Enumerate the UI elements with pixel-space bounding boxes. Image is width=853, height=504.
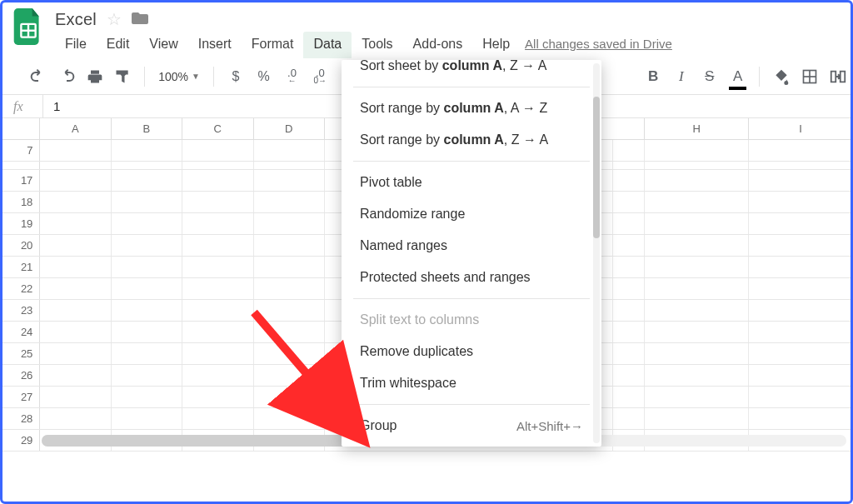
menu-item-remove-duplicates[interactable]: Remove duplicates: [342, 336, 601, 367]
folder-icon[interactable]: [132, 11, 148, 28]
cell[interactable]: [254, 170, 325, 191]
col-I[interactable]: I: [749, 118, 853, 139]
cell[interactable]: [112, 322, 182, 342]
cell[interactable]: [645, 162, 749, 169]
doc-title[interactable]: Excel: [55, 10, 97, 29]
cell[interactable]: [613, 278, 645, 299]
row-7[interactable]: 7: [0, 140, 40, 161]
percent-button[interactable]: %: [252, 65, 276, 88]
cell[interactable]: [645, 387, 749, 407]
cell[interactable]: [112, 278, 182, 299]
strikethrough-button[interactable]: S: [698, 65, 721, 88]
cell[interactable]: [254, 162, 325, 169]
cell[interactable]: [613, 140, 645, 161]
cell[interactable]: [112, 408, 182, 429]
select-all-corner[interactable]: [0, 118, 40, 139]
cell[interactable]: [40, 322, 111, 342]
menu-item-named-ranges[interactable]: Named ranges: [342, 230, 601, 262]
cell[interactable]: [40, 300, 111, 321]
cell[interactable]: [749, 300, 853, 321]
cell[interactable]: [645, 170, 749, 191]
row-hidden[interactable]: [0, 162, 40, 169]
row-18[interactable]: 18: [0, 192, 40, 212]
menu-insert[interactable]: Insert: [188, 32, 242, 58]
col-H[interactable]: H: [645, 118, 749, 139]
cell[interactable]: [182, 300, 253, 321]
cell[interactable]: [254, 257, 325, 277]
cell[interactable]: [182, 192, 253, 212]
menu-help[interactable]: Help: [472, 32, 520, 58]
cell[interactable]: [254, 365, 325, 386]
decrease-decimal-button[interactable]: .0←: [281, 65, 304, 88]
cell[interactable]: [254, 343, 325, 364]
menu-view[interactable]: View: [139, 32, 187, 58]
cell[interactable]: [40, 408, 111, 429]
cell[interactable]: [182, 408, 253, 429]
cell[interactable]: [112, 235, 182, 256]
cell[interactable]: [40, 213, 111, 234]
fx-value[interactable]: 1: [43, 99, 60, 113]
row-17[interactable]: 17: [0, 170, 40, 191]
save-status[interactable]: All changes saved in Drive: [525, 32, 672, 58]
menu-tools[interactable]: Tools: [352, 32, 402, 58]
row-21[interactable]: 21: [0, 257, 40, 277]
cell[interactable]: [182, 170, 253, 191]
star-icon[interactable]: ☆: [107, 11, 122, 27]
row-25[interactable]: 25: [0, 343, 40, 364]
cell[interactable]: [112, 192, 182, 212]
increase-decimal-button[interactable]: .00→: [308, 65, 332, 88]
cell[interactable]: [749, 278, 853, 299]
cell[interactable]: [40, 387, 111, 407]
cell[interactable]: [613, 257, 645, 277]
merge-cells-button[interactable]: [826, 65, 850, 88]
menu-file[interactable]: File: [55, 32, 97, 58]
redo-button[interactable]: [55, 65, 78, 88]
italic-button[interactable]: I: [670, 65, 693, 88]
cell[interactable]: [112, 387, 182, 407]
print-button[interactable]: [83, 65, 107, 88]
cell[interactable]: [112, 140, 182, 161]
cell[interactable]: [254, 192, 325, 212]
row-23[interactable]: 23: [0, 300, 40, 321]
cell[interactable]: [254, 213, 325, 234]
row-26[interactable]: 26: [0, 365, 40, 386]
cell[interactable]: [613, 387, 645, 407]
cell[interactable]: [112, 213, 182, 234]
cell[interactable]: [112, 365, 182, 386]
cell[interactable]: [40, 343, 111, 364]
cell[interactable]: [749, 365, 853, 386]
cell[interactable]: [749, 162, 853, 169]
menu-item-sort-sheet-za[interactable]: Sort sheet by column A, Z → A: [342, 58, 601, 82]
col-D[interactable]: D: [254, 118, 326, 139]
menu-edit[interactable]: Edit: [97, 32, 140, 58]
cell[interactable]: [40, 140, 111, 161]
menu-item-randomize-range[interactable]: Randomize range: [342, 198, 601, 230]
cell[interactable]: [749, 192, 853, 212]
cell[interactable]: [613, 300, 645, 321]
cell[interactable]: [645, 235, 749, 256]
cell[interactable]: [112, 162, 182, 169]
cell[interactable]: [613, 192, 645, 212]
cell[interactable]: [254, 322, 325, 342]
cell[interactable]: [645, 192, 749, 212]
cell[interactable]: [182, 235, 253, 256]
cell[interactable]: [40, 170, 111, 191]
row-27[interactable]: 27: [0, 387, 40, 407]
cell[interactable]: [182, 257, 253, 277]
cell[interactable]: [749, 343, 853, 364]
menu-addons[interactable]: Add-ons: [403, 32, 473, 58]
bold-button[interactable]: B: [641, 65, 665, 88]
zoom-select[interactable]: 100%▼: [155, 70, 203, 83]
cell[interactable]: [254, 235, 325, 256]
menu-data[interactable]: Data: [303, 32, 352, 58]
text-color-button[interactable]: A: [726, 65, 750, 88]
cell[interactable]: [645, 365, 749, 386]
cell[interactable]: [254, 300, 325, 321]
cell[interactable]: [40, 257, 111, 277]
col-B[interactable]: B: [112, 118, 183, 139]
menu-item-protected-sheets[interactable]: Protected sheets and ranges: [342, 262, 601, 293]
menu-item-sort-range-az[interactable]: Sort range by column A, A → Z: [342, 92, 601, 124]
cell[interactable]: [254, 278, 325, 299]
cell[interactable]: [182, 213, 253, 234]
cell[interactable]: [645, 278, 749, 299]
